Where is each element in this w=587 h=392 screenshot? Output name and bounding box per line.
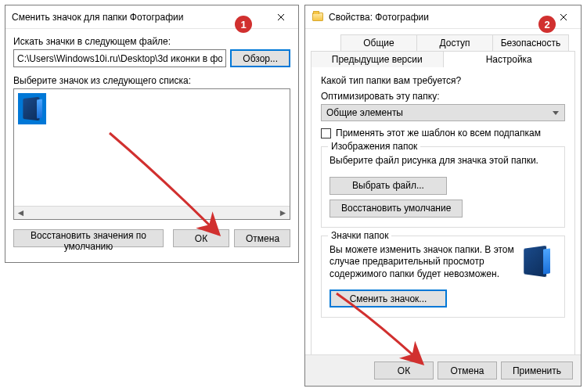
group-title: Изображения папок <box>328 141 420 152</box>
folder-pictures-group: Изображения папок Выберите файл рисунка … <box>321 146 565 228</box>
icon-list[interactable]: ◄ ► <box>13 88 290 220</box>
dialog-content: Искать значки в следующем файле: Обзор..… <box>5 29 298 254</box>
dialog-buttons: ОК Отмена Применить <box>305 354 581 386</box>
window-title: Сменить значок для папки Фотографии <box>12 12 263 23</box>
cancel-button[interactable]: Отмена <box>234 229 290 247</box>
folder-3d-icon <box>20 96 44 121</box>
folder-3d-icon <box>520 246 552 277</box>
annotation-badge-2: 2 <box>538 16 556 33</box>
ok-button[interactable]: ОК <box>173 229 229 247</box>
restore-default-picture-button[interactable]: Восстановить умолчание <box>330 200 463 218</box>
tab-security[interactable]: Безопасность <box>493 34 569 51</box>
folder-properties-dialog: Свойства: Фотографии Общие Доступ Безопа… <box>304 5 582 387</box>
tab-content: Какой тип папки вам требуется? Оптимизир… <box>311 67 575 379</box>
group-title: Значки папок <box>328 230 391 241</box>
change-icon-dialog: Сменить значок для папки Фотографии Иска… <box>5 5 299 263</box>
scroll-left-button[interactable]: ◄ <box>14 207 27 219</box>
optimize-combo[interactable]: Общие элементы <box>321 104 565 121</box>
choose-file-button[interactable]: Выбрать файл... <box>330 177 447 195</box>
folder-icons-group: Значки папок Вы можете изменить значок п… <box>321 236 565 318</box>
tab-customize[interactable]: Настройка <box>444 51 576 67</box>
current-icon-preview <box>520 246 552 277</box>
restore-defaults-button[interactable]: Восстановить значения по умолчанию <box>13 229 164 247</box>
apply-subfolders-checkbox[interactable] <box>321 128 331 138</box>
optimize-label: Оптимизировать эту папку: <box>321 91 565 102</box>
close-button[interactable] <box>263 5 298 29</box>
folder-pictures-desc: Выберите файл рисунка для значка этой па… <box>330 155 556 167</box>
search-label: Искать значки в следующем файле: <box>13 36 290 47</box>
tabs: Общие Доступ Безопасность Предыдущие вер… <box>311 34 575 379</box>
scroll-track[interactable] <box>27 207 276 219</box>
tab-general[interactable]: Общие <box>340 34 417 51</box>
close-icon <box>560 13 567 21</box>
cancel-button[interactable]: Отмена <box>438 361 497 379</box>
window-title: Свойства: Фотографии <box>329 12 546 23</box>
apply-subfolders-label: Применять этот же шаблон ко всем подпапк… <box>336 128 541 138</box>
folder-type-question: Какой тип папки вам требуется? <box>321 75 565 86</box>
folder-icon <box>312 11 324 23</box>
close-icon <box>277 13 285 21</box>
icon-option[interactable] <box>18 93 46 124</box>
change-icon-button[interactable]: Сменить значок... <box>330 290 447 307</box>
titlebar: Сменить значок для папки Фотографии <box>5 5 298 29</box>
annotation-badge-1: 1 <box>235 16 252 33</box>
ok-button[interactable]: ОК <box>374 361 434 379</box>
tab-previous-versions[interactable]: Предыдущие версии <box>311 51 444 67</box>
icon-path-input[interactable] <box>13 49 226 67</box>
browse-button[interactable]: Обзор... <box>230 49 290 67</box>
select-label: Выберите значок из следующего списка: <box>13 75 290 86</box>
scroll-right-button[interactable]: ► <box>276 207 290 219</box>
apply-button[interactable]: Применить <box>501 361 573 379</box>
horizontal-scrollbar[interactable]: ◄ ► <box>14 206 290 219</box>
tab-sharing[interactable]: Доступ <box>417 34 493 51</box>
